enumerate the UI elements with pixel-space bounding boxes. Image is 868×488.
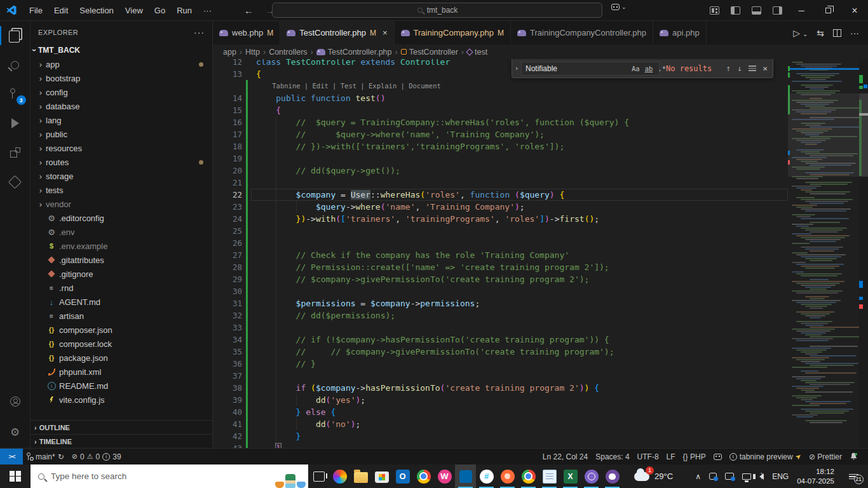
tab-TestControllerphp[interactable]: TestController.phpM× (280, 21, 394, 44)
outline-panel-header[interactable]: › OUTLINE (31, 420, 212, 434)
taskbar-app-store[interactable] (371, 464, 392, 488)
explorer-view-icon[interactable] (0, 21, 31, 50)
taskbar-app-vscode[interactable] (455, 464, 476, 488)
tree-file-composerlock[interactable]: {}composer.lock (31, 337, 212, 351)
taskbar-app-postman[interactable] (497, 464, 518, 488)
taskbar-app-chrome-profile[interactable] (518, 464, 539, 488)
clock[interactable]: 18:12 04-07-2025 (797, 467, 834, 485)
tree-file-packagejson[interactable]: {}package.json (31, 351, 212, 365)
tree-file-viteconfigjs[interactable]: vite.config.js (31, 393, 212, 407)
customize-layout-icon[interactable] (710, 6, 719, 15)
volume-icon[interactable] (759, 473, 764, 480)
tree-folder-storage[interactable]: ›storage (31, 169, 212, 183)
prettier-status[interactable]: ⊘ Prettier (805, 449, 846, 464)
back-arrow-icon[interactable]: ← (244, 5, 254, 16)
package-view-icon[interactable] (0, 167, 31, 196)
notification-center[interactable]: 21 (843, 473, 864, 480)
cast-icon[interactable] (725, 473, 734, 480)
weather-widget[interactable]: 1 29°C (628, 464, 679, 488)
tree-file-artisan[interactable]: ≡artisan (31, 309, 212, 323)
taskbar-app-outlook[interactable] (392, 464, 413, 488)
taskbar-app-excel[interactable] (560, 464, 581, 488)
breadcrumb[interactable]: app›Http›Controllers›TestController.php›… (213, 44, 868, 59)
account-button[interactable] (0, 387, 31, 416)
restore-button[interactable] (815, 0, 841, 21)
open-changes-icon[interactable]: ⇆ (817, 28, 824, 38)
taskbar-app-copilot[interactable] (329, 464, 350, 488)
more-actions-icon[interactable]: ··· (850, 28, 859, 38)
language-mode[interactable]: {} PHP (679, 449, 710, 464)
breadcrumb-item-TestControllerphp[interactable]: TestController.php (316, 48, 392, 57)
branch-status[interactable]: main* ↻ (23, 449, 68, 464)
tree-folder-tests[interactable]: ›tests (31, 183, 212, 197)
taskbar-app-notepad[interactable] (539, 464, 560, 488)
tree-file-READMEmd[interactable]: README.md (31, 379, 212, 393)
menu-edit[interactable]: Edit (48, 6, 74, 15)
close-find-icon[interactable]: × (763, 64, 768, 73)
taskbar-app-chrome[interactable] (413, 464, 434, 488)
network-icon[interactable] (742, 473, 751, 480)
match-case-toggle[interactable]: Aa (630, 64, 641, 73)
menu-view[interactable]: View (119, 6, 149, 15)
code-editor[interactable]: › Aa ab .* No results ↑ ↓ × (213, 59, 868, 448)
regex-toggle[interactable]: .* (656, 64, 667, 73)
tree-folder-lang[interactable]: ›lang (31, 113, 212, 127)
find-in-selection-icon[interactable] (749, 64, 756, 72)
cursor-position[interactable]: Ln 22, Col 24 (539, 449, 592, 464)
remote-indicator[interactable]: >< (0, 449, 23, 465)
tree-folder-public[interactable]: ›public (31, 127, 212, 141)
find-next-icon[interactable]: ↓ (737, 64, 742, 73)
start-button[interactable] (0, 464, 31, 488)
run-php-button[interactable]: ▷ ⌄ (793, 28, 808, 38)
tree-folder-database[interactable]: ›database (31, 99, 212, 113)
tree-file-AGENTmd[interactable]: ↓AGENT.md (31, 295, 212, 309)
tray-expand-icon[interactable]: ∧ (695, 472, 701, 481)
menu-selection[interactable]: Selection (74, 6, 119, 15)
tree-file-env[interactable]: ⚙.env (31, 225, 212, 239)
tabnine-status[interactable]: t tabnine preview ➤ (726, 449, 805, 464)
breadcrumb-item-Controllers[interactable]: Controllers (269, 48, 307, 57)
run-debug-view-icon[interactable] (0, 109, 31, 138)
menu-moremoremore[interactable]: ··· (198, 6, 217, 15)
eol-status[interactable]: LF (663, 449, 679, 464)
minimap[interactable] (788, 59, 859, 448)
split-editor-icon[interactable] (833, 29, 841, 37)
whole-word-toggle[interactable]: ab (644, 64, 654, 73)
tree-folder-resources[interactable]: ›resources (31, 141, 212, 155)
tree-folder-bootstrap[interactable]: ›bootstrap (31, 71, 212, 85)
tree-folder-app[interactable]: ›app (31, 57, 212, 71)
tab-webphp[interactable]: web.phpM (213, 21, 280, 44)
breadcrumb-item-TestController[interactable]: TestController (401, 48, 458, 57)
overview-ruler[interactable] (859, 59, 868, 448)
extensions-view-icon[interactable] (0, 138, 31, 167)
minimize-button[interactable]: ─ (788, 0, 815, 21)
toggle-replace-icon[interactable]: › (512, 64, 521, 72)
toggle-secondary-sidebar-icon[interactable] (773, 6, 782, 15)
language-indicator[interactable]: ENG (772, 472, 789, 481)
codelens-actions[interactable]: Tabnine | Edit | Test | Explain | Docume… (272, 80, 441, 92)
settings-button[interactable]: ⚙ (0, 416, 31, 448)
tree-folder-vendor[interactable]: ›vendor (31, 197, 212, 211)
taskbar-app-wamp[interactable]: W (434, 464, 455, 488)
menu-file[interactable]: File (24, 6, 48, 15)
tab-apiphp[interactable]: api.php (653, 21, 707, 44)
indentation-status[interactable]: Spaces: 4 (592, 449, 633, 464)
timeline-panel-header[interactable]: › TIMELINE (31, 434, 212, 448)
taskbar-app-explorer-folder[interactable] (350, 464, 371, 488)
close-button[interactable]: × (841, 0, 868, 21)
close-tab-icon[interactable]: × (383, 28, 388, 37)
problems-status[interactable]: ⊘ 0 ⚠ 0 i 39 (68, 449, 125, 464)
taskbar-app-task-view[interactable] (308, 464, 329, 488)
breadcrumb-item-test[interactable]: test (467, 48, 487, 57)
search-view-icon[interactable] (0, 50, 31, 79)
tree-file-phpunitxml[interactable]: phpunit.xml (31, 365, 212, 379)
tree-file-gitattributes[interactable]: .gitattributes (31, 253, 212, 267)
copilot-status[interactable] (710, 449, 726, 464)
tree-file-envexample[interactable]: $.env.example (31, 239, 212, 253)
toggle-sidebar-icon[interactable] (731, 6, 740, 15)
tree-file-rnd[interactable]: ≡.rnd (31, 281, 212, 295)
workspace-root-item[interactable]: › TMT_BACK (31, 43, 212, 57)
taskbar-app-github-desktop[interactable] (602, 464, 623, 488)
tree-file-editorconfig[interactable]: ⚙.editorconfig (31, 211, 212, 225)
tree-folder-config[interactable]: ›config (31, 85, 212, 99)
